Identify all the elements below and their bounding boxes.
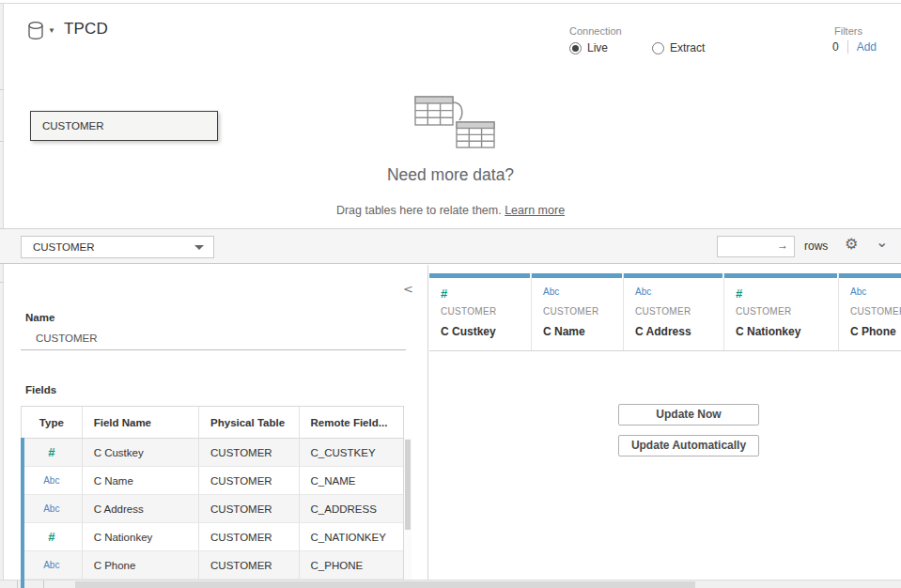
string-type-icon: Abc xyxy=(850,286,901,300)
table-row[interactable]: # C Custkey CUSTOMER C_CUSTKEY xyxy=(22,439,403,467)
grid-column-header[interactable]: Abc CUSTOMER C Phone xyxy=(839,273,901,350)
number-type-icon: # xyxy=(22,439,83,467)
update-automatically-button[interactable]: Update Automatically xyxy=(618,435,759,456)
column-accent-strip xyxy=(532,273,622,278)
column-accent-strip xyxy=(724,273,837,278)
number-type-icon: # xyxy=(441,286,531,300)
add-filter-link[interactable]: Add xyxy=(857,40,877,54)
column-table-name: CUSTOMER xyxy=(635,306,723,317)
column-field-name: C Name xyxy=(543,325,623,338)
table-select-value: CUSTOMER xyxy=(33,241,95,253)
remote-field-cell: C_NATIONKEY xyxy=(300,523,403,551)
empty-state-title: Need more data? xyxy=(0,165,901,185)
physical-table-cell: CUSTOMER xyxy=(199,551,299,580)
column-header-physical[interactable]: Physical Table xyxy=(199,407,299,439)
number-type-icon: # xyxy=(736,286,838,300)
name-label: Name xyxy=(25,312,54,323)
column-accent-strip xyxy=(624,273,722,278)
column-accent-strip xyxy=(839,273,901,278)
horizontal-scrollbar[interactable] xyxy=(0,580,901,588)
physical-table-cell: CUSTOMER xyxy=(199,467,299,495)
divider xyxy=(0,141,4,142)
field-name-cell: C Address xyxy=(83,495,199,523)
divider xyxy=(43,580,44,588)
connection-radio-group: Live Extract xyxy=(569,41,705,54)
filters-row: 0 Add xyxy=(832,40,877,54)
column-field-name: C Phone xyxy=(850,325,901,338)
remote-field-cell: C_PHONE xyxy=(300,551,403,580)
rows-label: rows xyxy=(804,240,828,253)
table-row[interactable]: # C Nationkey CUSTOMER C_NATIONKEY xyxy=(22,523,403,551)
chevron-down-icon xyxy=(194,245,204,250)
field-name-cell: C Phone xyxy=(83,551,199,580)
data-source-page: ▼ TPCD Connection Live Extract Filters 0… xyxy=(0,0,901,588)
remote-field-cell: C_NAME xyxy=(300,467,403,495)
field-name-cell: C Name xyxy=(83,467,199,495)
divider xyxy=(429,350,901,351)
string-type-icon: Abc xyxy=(635,286,723,300)
learn-more-link[interactable]: Learn more xyxy=(505,204,565,217)
data-source-title[interactable]: TPCD xyxy=(64,20,108,39)
divider xyxy=(847,40,848,54)
column-header-remote[interactable]: Remote Field... xyxy=(300,407,403,439)
fields-table-scrollbar[interactable] xyxy=(404,438,412,588)
fields-table: Type Field Name Physical Table Remote Fi… xyxy=(21,406,404,588)
relate-tables-illustration-icon xyxy=(407,91,501,151)
extract-radio[interactable] xyxy=(652,42,664,54)
grid-column-header[interactable]: # CUSTOMER C Nationkey xyxy=(724,273,839,350)
gear-icon[interactable]: ⚙ xyxy=(845,235,858,253)
physical-table-cell: CUSTOMER xyxy=(199,523,299,551)
table-select-dropdown[interactable]: CUSTOMER xyxy=(21,236,214,258)
scrollbar-thumb[interactable] xyxy=(405,440,411,530)
column-table-name: CUSTOMER xyxy=(543,306,623,317)
customer-table-chip[interactable]: CUSTOMER xyxy=(30,111,218,141)
update-now-button[interactable]: Update Now xyxy=(618,404,759,426)
filters-count: 0 xyxy=(832,40,839,54)
extract-radio-label[interactable]: Extract xyxy=(670,41,705,54)
column-table-name: CUSTOMER xyxy=(441,306,531,317)
grid-column-header[interactable]: # CUSTOMER C Custkey xyxy=(429,273,532,350)
drag-tables-hint: Drag tables here to relate them. xyxy=(336,204,505,217)
empty-state-hint: Drag tables here to relate them. Learn m… xyxy=(0,204,901,217)
table-row[interactable]: Abc C Address CUSTOMER C_ADDRESS xyxy=(22,495,403,523)
string-type-icon: Abc xyxy=(543,286,623,300)
connection-label: Connection xyxy=(569,25,622,37)
database-menu-caret-icon[interactable]: ▼ xyxy=(48,26,55,35)
column-accent-strip xyxy=(429,273,530,278)
table-row[interactable]: Abc C Name CUSTOMER C_NAME xyxy=(22,467,403,495)
physical-table-cell: CUSTOMER xyxy=(199,495,299,523)
field-name-cell: C Nationkey xyxy=(83,523,199,551)
column-field-name: C Address xyxy=(635,325,723,338)
grid-toolbar: CUSTOMER → rows ⚙ ⌄ xyxy=(0,228,901,264)
fields-table-header: Type Field Name Physical Table Remote Fi… xyxy=(22,407,403,439)
filters-label: Filters xyxy=(834,25,862,37)
live-radio[interactable] xyxy=(569,42,582,54)
table-name-field[interactable]: CUSTOMER xyxy=(36,333,98,344)
divider xyxy=(17,580,18,588)
table-details-panel: < Name CUSTOMER Fields Type Field Name P… xyxy=(4,265,428,588)
column-header-type[interactable]: Type xyxy=(22,407,83,439)
divider xyxy=(21,349,406,350)
fields-label: Fields xyxy=(25,384,56,395)
field-name-cell: C Custkey xyxy=(83,439,199,467)
arrow-right-icon[interactable]: → xyxy=(777,239,788,252)
live-radio-label[interactable]: Live xyxy=(587,41,608,54)
string-type-icon: Abc xyxy=(22,495,83,523)
scrollbar-thumb[interactable] xyxy=(75,581,695,588)
remote-field-cell: C_CUSTKEY xyxy=(300,439,403,467)
column-field-name: C Custkey xyxy=(441,325,531,338)
data-preview-grid: # CUSTOMER C Custkey Abc CUSTOMER C Name… xyxy=(429,265,901,588)
chevron-down-icon[interactable]: ⌄ xyxy=(876,233,888,251)
column-table-name: CUSTOMER xyxy=(736,306,838,317)
table-row[interactable]: Abc C Phone CUSTOMER C_PHONE xyxy=(22,551,403,580)
collapse-panel-icon[interactable]: < xyxy=(403,282,413,296)
grid-column-header[interactable]: Abc CUSTOMER C Address xyxy=(624,273,724,350)
database-icon[interactable] xyxy=(27,21,46,41)
string-type-icon: Abc xyxy=(22,467,83,495)
window-top-border xyxy=(0,3,901,4)
column-header-field[interactable]: Field Name xyxy=(83,407,199,439)
remote-field-cell: C_ADDRESS xyxy=(300,495,403,523)
table-accent-bar xyxy=(21,438,24,588)
number-type-icon: # xyxy=(22,523,83,551)
grid-column-header[interactable]: Abc CUSTOMER C Name xyxy=(532,273,624,350)
